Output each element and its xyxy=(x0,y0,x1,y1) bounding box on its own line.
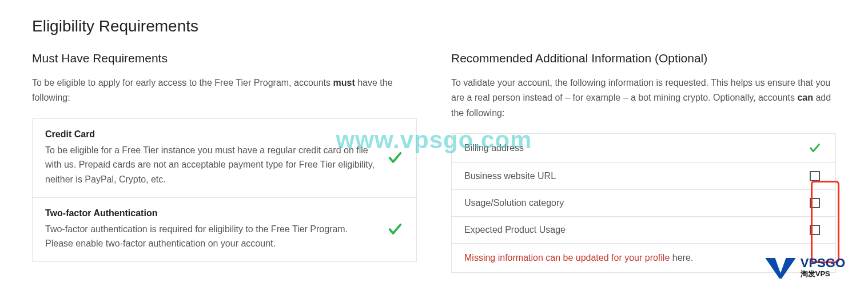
card-title: Two-factor Authentication xyxy=(45,208,376,218)
card-description: Two-factor authentication is required fo… xyxy=(45,222,376,251)
row-label: Billing address xyxy=(464,143,524,153)
checkbox-empty-icon xyxy=(807,225,823,235)
recommended-list: Billing address Business website URL Usa… xyxy=(451,133,836,273)
row-billing-address: Billing address xyxy=(452,134,835,163)
row-usage-category: Usage/Solution category xyxy=(452,190,835,217)
must-have-intro: To be eligible to apply for early access… xyxy=(32,76,417,106)
page-title: Eligibility Requirements xyxy=(32,17,836,35)
checkbox-empty-icon xyxy=(807,198,823,208)
row-expected-usage: Expected Product Usage xyxy=(452,217,835,244)
intro-bold: must xyxy=(333,78,355,88)
requirement-card-credit-card: Credit Card To be eligible for a Free Ti… xyxy=(32,118,417,198)
row-missing-info: Missing information can be updated for y… xyxy=(452,244,835,272)
intro-text: To validate your account, the following … xyxy=(451,78,830,102)
checkbox-empty-icon xyxy=(807,171,823,181)
checkmark-icon xyxy=(387,221,404,238)
checkmark-icon xyxy=(807,142,823,154)
card-description: To be eligible for a Free Tier instance … xyxy=(45,143,376,187)
requirement-card-two-factor: Two-factor Authentication Two-factor aut… xyxy=(32,198,417,262)
must-have-heading: Must Have Requirements xyxy=(32,51,417,65)
row-label: Usage/Solution category xyxy=(464,198,564,208)
row-business-website: Business website URL xyxy=(452,163,835,190)
missing-tail: here. xyxy=(670,253,693,263)
must-have-column: Must Have Requirements To be eligible to… xyxy=(32,51,417,273)
intro-bold: can xyxy=(797,93,813,102)
update-profile-link[interactable]: Missing information can be updated for y… xyxy=(464,253,670,263)
checkmark-icon xyxy=(387,149,404,166)
intro-text: To be eligible to apply for early access… xyxy=(32,78,333,88)
row-label: Business website URL xyxy=(464,171,556,181)
card-title: Credit Card xyxy=(45,129,376,140)
recommended-heading: Recommended Additional Information (Opti… xyxy=(451,51,836,65)
row-label: Expected Product Usage xyxy=(464,225,566,235)
recommended-column: Recommended Additional Information (Opti… xyxy=(451,51,836,273)
recommended-intro: To validate your account, the following … xyxy=(451,76,836,121)
